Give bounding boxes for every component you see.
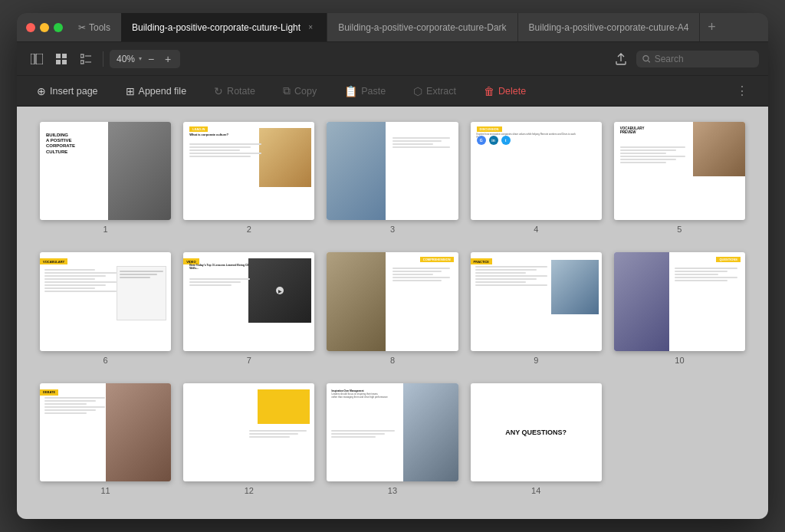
slide-item-14[interactable]: ANY QUESTIONS? 14 xyxy=(471,383,602,495)
slide-item-11[interactable]: DEBATE 11 xyxy=(40,383,171,495)
slide2-image xyxy=(259,128,311,187)
search-box[interactable] xyxy=(636,51,759,67)
copy-button[interactable]: ⧉ Copy xyxy=(278,81,321,100)
slide1-image xyxy=(108,122,171,220)
tab1-close[interactable]: × xyxy=(305,22,316,33)
svg-rect-8 xyxy=(80,61,84,64)
slide6-box xyxy=(117,266,166,320)
insert-icon: ⊕ xyxy=(37,85,46,97)
extract-label: Extract xyxy=(426,86,456,97)
slide9-lines xyxy=(475,266,547,287)
slide1-title: BUILDINGA POSITIVECORPORATECULTURE xyxy=(46,133,75,155)
slide-thumb-3[interactable]: LEAD-IN xyxy=(327,122,458,220)
slide14-text: ANY QUESTIONS? xyxy=(471,383,602,481)
slide-item-1[interactable]: BUILDINGA POSITIVECORPORATECULTURE 1 xyxy=(40,122,171,234)
slide11-image xyxy=(106,383,172,481)
append-file-label: Append file xyxy=(139,86,187,97)
slide-number-3: 3 xyxy=(390,225,395,234)
slide-thumb-4[interactable]: DISCUSSION Explore how innovative compan… xyxy=(471,122,602,220)
delete-icon: 🗑 xyxy=(484,85,494,97)
slide-item-12[interactable]: 12 xyxy=(183,383,314,495)
slide-thumb-1[interactable]: BUILDINGA POSITIVECORPORATECULTURE xyxy=(40,122,171,220)
slide3-lines xyxy=(392,137,450,149)
slide-item-8[interactable]: COMPREHENSION 8 xyxy=(327,252,458,364)
slide-thumb-6[interactable]: VOCABULARY xyxy=(40,252,171,350)
slide5-lines xyxy=(620,146,686,165)
slide-item-13[interactable]: Inspiration Over ManagementLeaders shoul… xyxy=(327,383,458,495)
slide-thumb-13[interactable]: Inspiration Over ManagementLeaders shoul… xyxy=(327,383,458,481)
toolbar-left: 40% ▾ − + xyxy=(26,48,180,70)
share-button[interactable] xyxy=(610,48,632,70)
slide-thumb-14[interactable]: ANY QUESTIONS? xyxy=(471,383,602,481)
slide-thumb-2[interactable]: LEAD-IN What is corporate culture? xyxy=(183,122,314,220)
slide2-title: What is corporate culture? xyxy=(189,133,228,136)
slide-item-2[interactable]: LEAD-IN What is corporate culture? 2 xyxy=(183,122,314,234)
slide-thumb-11[interactable]: DEBATE xyxy=(40,383,171,481)
slide12-lines xyxy=(249,430,307,439)
zoom-control: 40% ▾ − + xyxy=(110,50,180,68)
paste-icon: 📋 xyxy=(344,85,357,97)
slide-number-9: 9 xyxy=(534,356,538,365)
extract-icon: ⬡ xyxy=(413,85,422,97)
app-window: ✂ Tools Building-a-positive-corporate-cu… xyxy=(17,13,768,519)
minimize-button[interactable] xyxy=(40,23,49,32)
slide-thumb-8[interactable]: COMPREHENSION xyxy=(327,252,458,350)
slide-number-13: 13 xyxy=(388,486,397,495)
paste-button[interactable]: 📋 Paste xyxy=(340,82,390,100)
slide-thumb-9[interactable]: PRACTICE xyxy=(471,252,602,350)
slide-thumb-12[interactable] xyxy=(183,383,314,481)
action-bar: ⊕ Insert page ⊞ Append file ↻ Rotate ⧉ C… xyxy=(17,76,768,107)
svg-rect-4 xyxy=(56,60,61,64)
slide-thumb-7[interactable]: VIDEO Best Today's Top 3 Lessons Learned… xyxy=(183,252,314,350)
slide9-image xyxy=(551,260,599,314)
list-view-button[interactable] xyxy=(75,48,97,70)
slide-item-6[interactable]: VOCABULARY xyxy=(40,252,171,364)
sidebar-toggle-button[interactable] xyxy=(26,48,48,70)
slide10-image xyxy=(614,252,669,350)
slide2-label: LEAD-IN xyxy=(189,126,208,132)
svg-rect-0 xyxy=(31,54,34,64)
close-button[interactable] xyxy=(26,23,35,32)
slide9-label: PRACTICE xyxy=(471,258,492,264)
slide12-image xyxy=(183,383,242,481)
copy-icon: ⧉ xyxy=(283,84,291,97)
grid-view-button[interactable] xyxy=(51,48,72,70)
slide-number-12: 12 xyxy=(245,486,254,495)
add-tab-button[interactable]: + xyxy=(700,13,724,41)
slide-number-8: 8 xyxy=(390,356,395,365)
extract-button[interactable]: ⬡ Extract xyxy=(409,82,461,100)
slide-item-7[interactable]: VIDEO Best Today's Top 3 Lessons Learned… xyxy=(183,252,314,364)
tab-3[interactable]: Building-a-positive-corporate-cuture-A4 xyxy=(518,13,701,41)
slide5-image xyxy=(693,122,745,176)
window-controls xyxy=(26,23,63,32)
search-input[interactable] xyxy=(655,54,753,64)
slides-grid: BUILDINGA POSITIVECORPORATECULTURE 1 LEA… xyxy=(40,122,745,495)
slide-item-3[interactable]: LEAD-IN 3 xyxy=(327,122,458,234)
slide8-image xyxy=(327,252,386,350)
slide12-yellow xyxy=(258,389,310,424)
scissors-icon: ✂ xyxy=(78,22,86,33)
tab-1[interactable]: Building-a-positive-corporate-cuture-Lig… xyxy=(121,13,327,41)
logo-g: G xyxy=(477,136,486,145)
zoom-in-button[interactable]: + xyxy=(160,51,176,67)
tools-menu[interactable]: ✂ Tools xyxy=(72,20,117,35)
slide-thumb-5[interactable]: VOCABULARYPREVIEW xyxy=(614,122,745,220)
more-options-button[interactable]: ⋮ xyxy=(731,80,753,102)
slide-item-4[interactable]: DISCUSSION Explore how innovative compan… xyxy=(471,122,602,234)
svg-point-10 xyxy=(643,55,649,61)
slide-thumb-10[interactable]: QUESTIONS xyxy=(614,252,745,350)
rotate-button[interactable]: ↻ Rotate xyxy=(209,82,260,100)
slide6-lines xyxy=(44,269,117,294)
toolbar: 40% ▾ − + xyxy=(17,42,768,76)
append-file-button[interactable]: ⊞ Append file xyxy=(121,82,192,100)
slide8-lines xyxy=(392,268,450,283)
paste-label: Paste xyxy=(361,86,386,97)
maximize-button[interactable] xyxy=(54,23,63,32)
zoom-out-button[interactable]: − xyxy=(143,51,159,67)
slide-item-10[interactable]: QUESTIONS 10 xyxy=(614,252,745,364)
slide-item-9[interactable]: PRACTICE 9 xyxy=(471,252,602,364)
insert-page-button[interactable]: ⊕ Insert page xyxy=(32,82,103,100)
delete-button[interactable]: 🗑 Delete xyxy=(479,82,530,100)
slide-item-5[interactable]: VOCABULARYPREVIEW 5 xyxy=(614,122,745,234)
tab-2[interactable]: Building-a-positive-corporate-cuture-Dar… xyxy=(327,13,517,41)
